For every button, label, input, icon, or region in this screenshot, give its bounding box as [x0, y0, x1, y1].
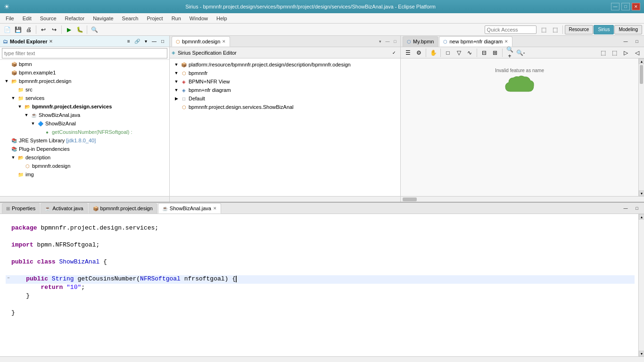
design-tab[interactable]: 📦 bpmnnfr.project.design — [89, 203, 157, 214]
editor-maximize-button[interactable]: □ — [392, 38, 398, 45]
sirius-perspective-button[interactable]: Sirius — [594, 25, 614, 34]
new-diagram-tab[interactable]: ⬡ new bpmn+nfr diagram ✕ — [439, 36, 512, 47]
diagram-tool-1[interactable]: ☰ — [403, 48, 413, 58]
tree-item[interactable]: 📦bpmn.example1 — [0, 68, 169, 77]
save-button[interactable]: 💾 — [13, 25, 23, 35]
activator-tab[interactable]: ☕ Activator.java — [41, 203, 87, 214]
view-menu-button[interactable]: ▾ — [142, 38, 149, 45]
diagram-tool-6[interactable]: ∿ — [464, 48, 475, 58]
tree-item[interactable]: ●getCousinsNumber(NFRSoftgoal) : — [0, 128, 169, 136]
diagram-tool-align[interactable]: ⊟ — [479, 48, 489, 58]
diagram-right-tool-1[interactable]: ⬚ — [598, 48, 608, 58]
spec-default-item[interactable]: ▶ □ Default — [172, 94, 398, 103]
diagram-right-tool-4[interactable]: ◁ — [632, 48, 642, 58]
menu-item-help[interactable]: Help — [213, 15, 231, 22]
tree-item[interactable]: ▼📂description — [0, 153, 169, 162]
code-vscroll-up-button[interactable]: ▲ — [639, 214, 644, 220]
minimize-panel-button[interactable]: — — [150, 38, 158, 45]
menu-item-project[interactable]: Project — [143, 15, 166, 22]
bottom-min-button[interactable]: — — [620, 203, 631, 214]
diagram-tool-3[interactable]: ✋ — [428, 48, 438, 58]
diagram-tool-distribute[interactable]: ⊞ — [490, 48, 500, 58]
tree-item[interactable]: 📁img — [0, 170, 169, 179]
debug-button[interactable]: 🐛 — [74, 25, 85, 35]
quick-access-input[interactable] — [485, 25, 537, 34]
middle-horizontal-scrollbar[interactable] — [170, 196, 400, 202]
collapse-all-button[interactable]: ≡ — [125, 38, 132, 45]
spec-showbizanal-item[interactable]: ⬡ bpmnnfr.project.design.services.ShowBi… — [172, 103, 398, 111]
toolbar-extra-2[interactable]: ⬚ — [550, 25, 561, 35]
editor-options-button[interactable]: ▾ — [377, 38, 383, 45]
code-vscroll-down-button[interactable]: ▼ — [639, 351, 644, 356]
model-explorer-close-icon[interactable]: ✕ — [49, 39, 53, 44]
diagram-min-button[interactable]: — — [620, 36, 631, 47]
diagram-canvas[interactable]: Invalid feature as name — [401, 58, 638, 196]
search-button[interactable]: 🔍 — [89, 25, 99, 35]
spec-bpmnnfr-view-item[interactable]: ▼ ◈ BPMN+NFR View — [172, 77, 398, 86]
tree-item[interactable]: ⬡bpmnnfr.odesign — [0, 162, 169, 170]
tree-item[interactable]: ▼☕ShowBizAnal.java — [0, 111, 169, 119]
diagram-max-button[interactable]: □ — [632, 36, 642, 47]
menu-item-refactor[interactable]: Refactor — [61, 15, 89, 22]
validate-button[interactable]: ✓ — [390, 49, 398, 57]
vscroll-down-button[interactable]: ▼ — [639, 190, 644, 196]
link-editor-button[interactable]: 🔗 — [133, 38, 141, 45]
zoom-out-button[interactable]: 🔍- — [515, 48, 526, 58]
menu-item-file[interactable]: File — [2, 15, 18, 22]
filter-input[interactable] — [2, 48, 167, 58]
tree-horizontal-scrollbar[interactable] — [0, 196, 169, 202]
bottom-max-button[interactable]: □ — [632, 203, 642, 214]
diagram-right-tool-2[interactable]: ⬚ — [609, 48, 619, 58]
odesign-tab[interactable]: ⬡ bpmnnfr.odesign ✕ — [172, 36, 230, 47]
diagram-right-tool-3[interactable]: ▷ — [620, 48, 631, 58]
spec-tree-root[interactable]: ▼ 📦 platform:/resource/bpmnnfr.project.d… — [172, 60, 398, 69]
diagram-tool-2[interactable]: ⚙ — [413, 48, 424, 58]
editor-minimize-button[interactable]: — — [384, 38, 391, 45]
modeling-perspective-button[interactable]: Modeling — [614, 25, 642, 34]
toolbar-extra-1[interactable]: ⬚ — [539, 25, 549, 35]
close-button[interactable]: ✕ — [632, 3, 640, 10]
tree-item[interactable]: ▼📂bpmnnfr.project.design — [0, 77, 169, 85]
code-horizontal-scrollbar[interactable] — [0, 356, 644, 362]
menu-item-navigate[interactable]: Navigate — [89, 15, 117, 22]
spec-diagram-item[interactable]: ▼ ◈ bpmn+nfr diagram — [172, 86, 398, 94]
tree-item[interactable]: 📦bpmn — [0, 60, 169, 68]
spec-bpmnnfr-item[interactable]: ▼ ⬡ bpmnnfr — [172, 69, 398, 77]
vscroll-up-button[interactable]: ▲ — [639, 58, 644, 64]
diagram-vertical-scrollbar[interactable]: ▲ ▼ — [638, 58, 644, 196]
resource-perspective-button[interactable]: Resource — [565, 25, 594, 34]
my-bpmn-tab[interactable]: ⬡ My.bpmn — [403, 36, 438, 47]
zoom-in-button[interactable]: 🔍+ — [504, 48, 515, 58]
code-editor[interactable]: package bpmnnfr.project.design.services;… — [0, 214, 638, 356]
menu-item-search[interactable]: Search — [118, 15, 142, 22]
new-button[interactable]: 📄 — [2, 25, 12, 35]
redo-button[interactable]: ↪ — [49, 25, 59, 35]
tree-item[interactable]: 📚Plug-in Dependencies — [0, 145, 169, 153]
showbizanal-tab[interactable]: ☕ ShowBizAnal.java ✕ — [158, 203, 221, 214]
diagram-horizontal-scrollbar[interactable] — [401, 196, 644, 202]
maximize-panel-button[interactable]: □ — [159, 38, 166, 45]
minimize-button[interactable]: — — [611, 3, 619, 10]
new-diagram-tab-close[interactable]: ✕ — [504, 39, 508, 44]
tree-item[interactable]: 📚JRE System Library [jdk1.8.0_40] — [0, 136, 169, 145]
menu-item-run[interactable]: Run — [168, 15, 185, 22]
tree-item[interactable]: ▼📂bpmnnfr.project.design.services — [0, 102, 169, 111]
menu-item-window[interactable]: Window — [186, 15, 212, 22]
tree-item[interactable]: ▼🔷ShowBizAnal — [0, 119, 169, 128]
tree-item[interactable]: 📁src — [0, 85, 169, 94]
code-vertical-scrollbar[interactable]: ▲ ▼ — [638, 214, 644, 356]
print-button[interactable]: 🖨 — [24, 25, 34, 35]
diagram-tool-4[interactable]: □ — [443, 48, 453, 58]
menu-item-source[interactable]: Source — [36, 15, 60, 22]
hscroll-thumb[interactable] — [403, 197, 417, 201]
diagram-tool-5[interactable]: ▽ — [454, 48, 464, 58]
maximize-button[interactable]: □ — [621, 3, 630, 10]
vscroll-thumb[interactable] — [640, 65, 643, 84]
odesign-tab-close[interactable]: ✕ — [222, 39, 226, 44]
run-button[interactable]: ▶ — [64, 25, 74, 35]
window-controls[interactable]: — □ ✕ — [611, 3, 640, 10]
tree-item[interactable]: ▼📁services — [0, 94, 169, 102]
undo-button[interactable]: ↩ — [38, 25, 49, 35]
properties-tab[interactable]: ⊞ Properties — [2, 203, 40, 214]
menu-item-edit[interactable]: Edit — [19, 15, 35, 22]
